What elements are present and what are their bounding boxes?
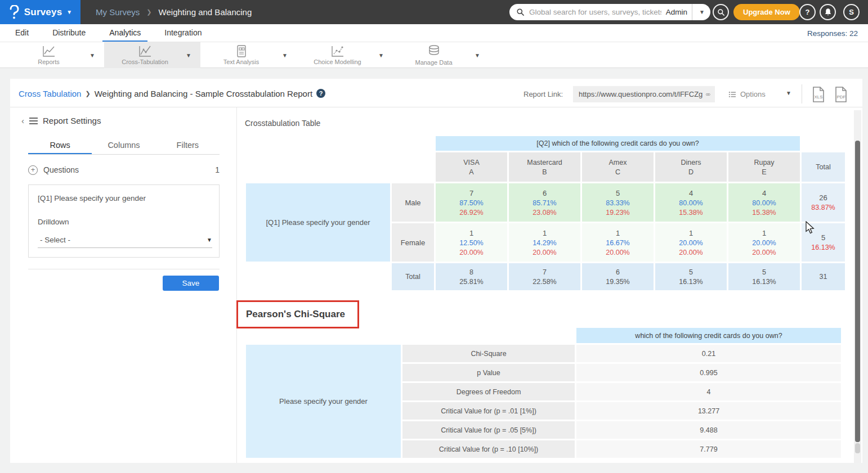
collapse-panel-icon[interactable]: ‹	[21, 116, 24, 125]
options-label: Options	[740, 90, 766, 98]
cell-count: 26	[819, 193, 827, 202]
cell-col-pct: 20.00%	[752, 249, 776, 256]
account-avatar[interactable]: S	[843, 4, 860, 20]
chi-stat-value: 9.488	[576, 421, 841, 439]
responses-count[interactable]: Responses: 22	[807, 24, 858, 42]
report-settings-header: ‹ Report Settings	[21, 116, 101, 125]
tab-label: Edit	[15, 28, 29, 37]
report-link-box: https://www.questionpro.com/t/lFFCZg	[573, 86, 715, 102]
search-scope-label[interactable]: Admin	[666, 8, 687, 16]
link-icon[interactable]	[706, 91, 710, 98]
avatar-initial: S	[849, 8, 854, 16]
data-cell: 6 85.71% 23.08%	[509, 183, 580, 222]
cross-tabulation-link[interactable]: Cross Tabulation	[19, 89, 81, 98]
options-button[interactable]: Options	[728, 86, 766, 102]
report-link-label: Report Link:	[524, 90, 563, 98]
cell-count: 8	[469, 268, 473, 276]
question-mark-icon: ?	[806, 8, 810, 16]
cell-row-pct: 20.00%	[679, 239, 703, 247]
column-header: Rupay E	[728, 152, 800, 182]
column-code: C	[615, 168, 620, 176]
data-cell: 4 80.00% 15.38%	[728, 183, 800, 222]
total-cell: 5 16.13%	[655, 263, 727, 290]
chevron-down-icon[interactable]: ▼	[90, 52, 104, 58]
column-code: E	[762, 168, 766, 176]
cell-count: 4	[762, 189, 766, 197]
help-button[interactable]: ?	[799, 4, 816, 20]
toolbar-choice-modelling[interactable]: Choice Modelling ▼	[297, 42, 393, 68]
grand-total-cell: 31	[802, 263, 845, 290]
analytics-toolbar: Reports ▼ Cross-Tabulation ▼	[0, 42, 868, 68]
toolbar-item-label: Text Analysis	[223, 58, 259, 65]
scatter-chart-icon	[331, 45, 344, 57]
notifications-button[interactable]	[820, 4, 836, 20]
search-submit-button[interactable]	[713, 4, 729, 20]
save-button[interactable]: Save	[163, 276, 219, 291]
chevron-down-icon[interactable]: ▼	[282, 52, 297, 58]
chi-stat-value: 13.277	[576, 402, 841, 420]
column-group-header: [Q2] which of the following credit cards…	[436, 136, 800, 151]
tab-filters[interactable]: Filters	[156, 137, 220, 154]
export-pdf-button[interactable]: PDF	[833, 86, 849, 103]
export-xls-button[interactable]: XLS	[811, 86, 826, 103]
chevron-down-icon[interactable]: ▼	[786, 90, 791, 96]
cell-row-pct: 12.50%	[459, 239, 483, 247]
questions-label: Questions	[43, 165, 79, 174]
menu-icon[interactable]	[29, 118, 38, 124]
tab-integration[interactable]: Integration	[158, 24, 208, 42]
report-settings-title: Report Settings	[43, 116, 101, 125]
app-window: Surveys ▼ My Surveys ❯ Weighting and Bal…	[0, 0, 868, 473]
upgrade-now-button[interactable]: Upgrade Now	[733, 4, 800, 20]
tab-rows[interactable]: Rows	[28, 137, 92, 154]
cell-row-pct: 20.00%	[752, 239, 776, 247]
tab-label: Integration	[164, 28, 202, 37]
cell-row-pct: 85.71%	[533, 199, 556, 207]
cell-count: 1	[469, 229, 473, 237]
crosstab-table: [Q2] which of the following credit cards…	[246, 136, 845, 290]
add-question-icon[interactable]: +	[28, 165, 38, 175]
product-switcher[interactable]: Surveys ▼	[0, 0, 80, 24]
chevron-down-icon[interactable]: ▼	[697, 9, 705, 15]
total-cell: 6 19.35%	[582, 263, 654, 290]
cell-count: 6	[543, 189, 547, 197]
column-header: Amex C	[582, 152, 654, 182]
drilldown-select[interactable]: - Select - ▼	[38, 232, 212, 248]
questionpro-logo-icon	[8, 5, 20, 20]
crosstab-section-title: Crosstabulation Table	[245, 119, 320, 128]
toolbar-item-label: Reports	[38, 58, 60, 65]
cell-col-pct: 15.38%	[679, 209, 703, 217]
chevron-down-icon[interactable]: ▼	[378, 52, 393, 58]
list-options-icon	[728, 91, 736, 98]
row-label: Male	[392, 183, 434, 222]
toolbar-cross-tabulation[interactable]: Cross-Tabulation ▼	[104, 42, 200, 68]
search-input[interactable]	[529, 8, 661, 16]
tab-columns[interactable]: Columns	[92, 137, 155, 154]
chevron-right-icon: ❯	[85, 90, 90, 97]
toolbar-reports[interactable]: Reports ▼	[8, 42, 104, 68]
total-column-header: Total	[802, 152, 845, 182]
chi-stat-label: Critical Value for (p = .05 [5%])	[402, 421, 575, 439]
divider	[10, 107, 862, 107]
cell-col-pct: 19.23%	[606, 209, 629, 217]
vertical-scrollbar[interactable]	[854, 110, 861, 463]
toolbar-manage-data[interactable]: Manage Data ▼	[393, 42, 489, 68]
tab-edit[interactable]: Edit	[8, 24, 35, 42]
help-icon[interactable]: ?	[316, 89, 325, 98]
tab-label: Distribute	[52, 28, 86, 37]
toolbar-text-analysis[interactable]: Text Analysis ▼	[200, 42, 297, 68]
scrollbar-thumb[interactable]	[855, 141, 860, 442]
toolbar-item-label: Manage Data	[415, 59, 452, 66]
report-link-url[interactable]: https://www.questionpro.com/t/lFFCZg	[579, 90, 703, 98]
chi-square-table: which of the following credit cards do y…	[246, 328, 841, 458]
tab-distribute[interactable]: Distribute	[46, 24, 92, 42]
chevron-down-icon[interactable]: ▼	[186, 52, 200, 58]
tab-analytics[interactable]: Analytics	[102, 24, 147, 42]
row-total-cell: 5 16.13%	[802, 223, 845, 262]
total-cell: 7 22.58%	[509, 263, 580, 290]
cell-count: 5	[762, 268, 766, 276]
question-text: [Q1] Please specify your gender	[38, 194, 146, 202]
bell-icon	[824, 8, 832, 16]
chevron-down-icon[interactable]: ▼	[475, 52, 489, 58]
cell-count: 1	[616, 229, 620, 237]
breadcrumb-my-surveys[interactable]: My Surveys	[96, 7, 140, 17]
